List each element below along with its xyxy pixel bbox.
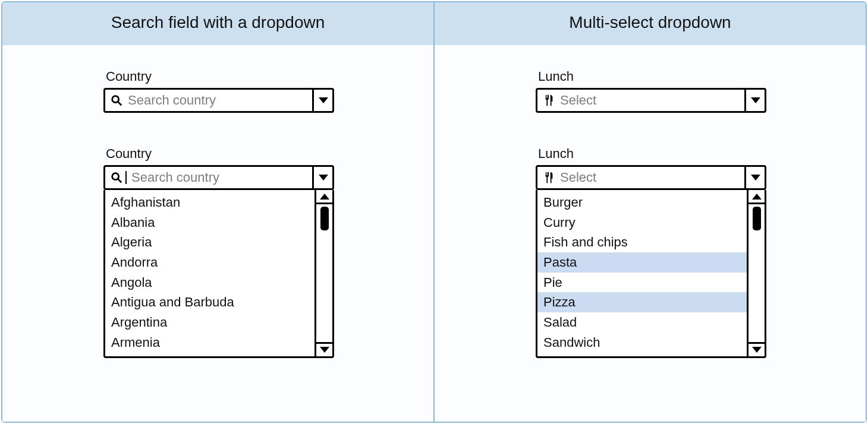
chevron-up-icon bbox=[752, 194, 762, 200]
list-item[interactable]: Burger bbox=[537, 192, 747, 213]
lunch-select-display[interactable]: Select bbox=[537, 90, 744, 111]
chevron-up-icon bbox=[320, 194, 329, 200]
lunch-listbox-wrap: Burger Curry Fish and chips Pasta Pie Pi… bbox=[536, 190, 766, 358]
dropdown-toggle[interactable] bbox=[744, 90, 765, 111]
country-search-input[interactable]: Search country bbox=[105, 167, 312, 188]
search-icon bbox=[110, 94, 123, 107]
list-item[interactable]: Antigua and Barbuda bbox=[105, 292, 315, 312]
list-item[interactable]: Algeria bbox=[105, 232, 315, 252]
search-icon bbox=[110, 171, 123, 184]
svg-point-0 bbox=[112, 96, 119, 103]
placeholder-text: Select bbox=[560, 93, 596, 108]
list-item[interactable]: Pizza bbox=[537, 292, 747, 312]
panel-body: Lunch Select Lunc bbox=[435, 45, 866, 391]
dropdown-toggle[interactable] bbox=[312, 167, 332, 188]
svg-line-1 bbox=[118, 102, 122, 106]
cutlery-icon bbox=[542, 171, 555, 184]
chevron-down-icon bbox=[751, 97, 760, 103]
dropdown-toggle[interactable] bbox=[312, 90, 332, 111]
lunch-open-block: Lunch Select Bu bbox=[536, 146, 866, 358]
lunch-listbox[interactable]: Burger Curry Fish and chips Pasta Pie Pi… bbox=[537, 190, 747, 356]
list-item[interactable]: Albania bbox=[105, 213, 315, 233]
panel-title: Multi-select dropdown bbox=[435, 2, 866, 45]
list-item[interactable]: Afghanistan bbox=[105, 192, 315, 213]
list-item[interactable]: Armenia bbox=[105, 333, 315, 353]
scrollbar[interactable] bbox=[315, 190, 332, 356]
list-item[interactable]: Salad bbox=[537, 312, 747, 333]
panel-multiselect: Multi-select dropdown Lunch Select bbox=[433, 2, 866, 422]
scroll-track[interactable] bbox=[749, 204, 765, 342]
scroll-track[interactable] bbox=[316, 204, 332, 342]
country-combobox-closed[interactable]: Search country bbox=[103, 88, 334, 113]
list-item[interactable]: Argentina bbox=[105, 312, 315, 333]
panel-title: Search field with a dropdown bbox=[2, 2, 433, 45]
lunch-select-display[interactable]: Select bbox=[537, 167, 744, 188]
field-label: Country bbox=[103, 146, 433, 162]
country-combobox-open[interactable]: Search country bbox=[103, 165, 334, 190]
svg-line-3 bbox=[118, 179, 122, 183]
lunch-combobox-closed[interactable]: Select bbox=[536, 88, 766, 113]
country-open-block: Country Search country bbox=[103, 146, 433, 358]
placeholder-text: Search country bbox=[131, 170, 219, 185]
field-label: Lunch bbox=[536, 69, 866, 84]
scroll-up-button[interactable] bbox=[749, 190, 765, 204]
country-listbox-wrap: Afghanistan Albania Algeria Andorra Ango… bbox=[103, 190, 334, 358]
panels: Search field with a dropdown Country Sea… bbox=[1, 1, 867, 423]
scroll-thumb[interactable] bbox=[753, 207, 761, 230]
lunch-closed-block: Lunch Select bbox=[536, 69, 866, 113]
chevron-down-icon bbox=[319, 175, 328, 181]
panel-body: Country Search country Country bbox=[2, 45, 433, 391]
placeholder-text: Search country bbox=[128, 93, 216, 108]
field-label: Lunch bbox=[536, 146, 866, 162]
scroll-down-button[interactable] bbox=[749, 342, 765, 356]
chevron-down-icon bbox=[319, 97, 328, 103]
chevron-down-icon bbox=[752, 347, 762, 353]
country-search-input[interactable]: Search country bbox=[105, 90, 312, 111]
chevron-down-icon bbox=[751, 175, 760, 181]
dropdown-toggle[interactable] bbox=[744, 167, 765, 188]
country-listbox[interactable]: Afghanistan Albania Algeria Andorra Ango… bbox=[105, 190, 315, 356]
scrollbar[interactable] bbox=[747, 190, 765, 356]
list-item[interactable]: Fish and chips bbox=[537, 232, 747, 252]
svg-point-2 bbox=[112, 173, 119, 180]
list-item[interactable]: Curry bbox=[537, 213, 747, 233]
field-label: Country bbox=[103, 69, 433, 84]
scroll-up-button[interactable] bbox=[316, 190, 332, 204]
panel-search-dropdown: Search field with a dropdown Country Sea… bbox=[2, 2, 433, 422]
scroll-down-button[interactable] bbox=[316, 342, 332, 356]
chevron-down-icon bbox=[320, 347, 329, 353]
list-item[interactable]: Sandwich bbox=[537, 333, 747, 353]
scroll-thumb[interactable] bbox=[320, 207, 329, 230]
country-closed-block: Country Search country bbox=[103, 69, 433, 113]
list-item[interactable]: Andorra bbox=[105, 252, 315, 273]
list-item[interactable]: Pie bbox=[537, 273, 747, 293]
list-item[interactable]: Pasta bbox=[537, 252, 747, 273]
placeholder-text: Select bbox=[560, 170, 596, 185]
text-cursor-icon bbox=[125, 171, 127, 184]
list-item[interactable]: Angola bbox=[105, 273, 315, 293]
cutlery-icon bbox=[542, 94, 555, 107]
lunch-combobox-open[interactable]: Select bbox=[536, 165, 766, 190]
